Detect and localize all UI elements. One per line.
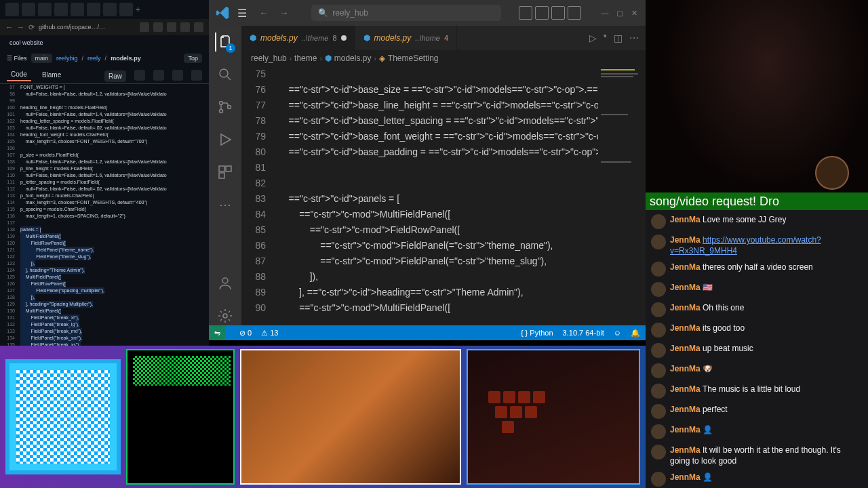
chat-username[interactable]: JennMa	[670, 303, 703, 312]
nav-forward[interactable]: →	[274, 7, 294, 18]
extension-icon[interactable]	[167, 22, 176, 32]
chat-username[interactable]: JennMa	[670, 384, 703, 394]
notifications-icon[interactable]: 🔔	[631, 329, 640, 338]
browser-tab[interactable]	[71, 3, 84, 16]
explorer-icon[interactable]: 1	[215, 33, 234, 52]
chat-username[interactable]: JennMa	[670, 425, 703, 434]
chat-message: JennMa It will be worth it at the end th…	[651, 445, 863, 466]
crumb[interactable]: models.py	[334, 54, 372, 63]
download-icon[interactable]	[153, 70, 164, 81]
run-button[interactable]: ▷	[589, 33, 597, 43]
new-tab-button[interactable]: +	[136, 5, 140, 14]
status-bar: ⇋ ⊘ 0 ⚠ 13 { } Python 3.10.7 64-bit ☺ 🔔	[209, 325, 646, 340]
back-button[interactable]: ←	[5, 23, 13, 31]
extension-icon[interactable]	[140, 22, 149, 32]
tab-path: ..\home	[415, 34, 440, 42]
layout-grid-icon[interactable]	[568, 6, 581, 20]
svg-rect-6	[219, 173, 224, 178]
extension-icon[interactable]	[180, 22, 190, 32]
code-tab[interactable]: Code	[7, 68, 31, 81]
crumb[interactable]: theme	[294, 54, 317, 63]
browser-tab[interactable]	[103, 3, 117, 16]
more-icon[interactable]	[191, 70, 202, 81]
editor-tab[interactable]: ⬢ models.py ..\home 4	[355, 26, 458, 50]
run-debug-icon[interactable]	[216, 130, 235, 149]
chat-username[interactable]: JennMa	[670, 235, 703, 245]
breadcrumb[interactable]: reely_hub› theme› ⬢ models.py› ◈ ThemeSe…	[241, 50, 646, 66]
language-mode[interactable]: { } Python	[521, 329, 553, 338]
chat-message: JennMa Love me some JJ Grey	[651, 214, 863, 229]
warnings-count[interactable]: ⚠ 13	[261, 329, 278, 338]
chat-avatar	[651, 214, 666, 229]
browser-tab[interactable]	[87, 3, 100, 16]
chat-username[interactable]: JennMa	[670, 262, 703, 272]
search-icon-activity[interactable]	[216, 65, 235, 84]
chat-username[interactable]: JennMa	[670, 283, 703, 292]
browser-tab[interactable]	[119, 3, 133, 16]
command-center[interactable]: 🔍 reely_hub	[311, 5, 501, 21]
chat-username[interactable]: JennMa	[670, 445, 703, 455]
copy-icon[interactable]	[134, 70, 145, 81]
chat-username[interactable]: JennMa	[670, 405, 703, 414]
extension-icon[interactable]	[194, 22, 203, 32]
more-icon[interactable]: ⋯	[216, 195, 235, 214]
chat-text: 👤	[703, 425, 713, 434]
crumb[interactable]: reely	[87, 55, 101, 62]
nav-back[interactable]: ←	[254, 7, 274, 18]
maximize-button[interactable]: ▢	[613, 6, 627, 20]
browser-navbar: ← → ⟳ github.com/jcopace…/…	[0, 19, 209, 35]
editor-tab[interactable]: ⬢ models.py ..\theme 8	[241, 26, 355, 50]
settings-gear-icon[interactable]	[216, 306, 235, 325]
chat-message: JennMa The music is a little bit loud	[651, 384, 863, 399]
toggle-sidebar-icon[interactable]	[519, 6, 532, 20]
source-control-icon[interactable]	[216, 98, 235, 117]
account-icon[interactable]	[216, 274, 235, 293]
blame-tab[interactable]: Blame	[38, 69, 65, 81]
browser-tab[interactable]	[54, 3, 68, 16]
browser-tab[interactable]	[38, 3, 52, 16]
crumb[interactable]: reely_hub	[251, 54, 287, 63]
split-editor-icon[interactable]	[551, 6, 565, 20]
github-code-view[interactable]: 97FONT_WEIGHTS = [98 null=False, blank=F…	[0, 84, 209, 348]
extensions-icon[interactable]	[216, 163, 235, 182]
browser-tab[interactable]	[5, 3, 19, 16]
split-editor-icon[interactable]: ◫	[614, 33, 623, 43]
page-tab-label[interactable]: cool website	[5, 38, 47, 47]
chat-avatar	[651, 424, 666, 439]
feedback-icon[interactable]: ☺	[614, 329, 621, 338]
chat-message: JennMa Oh this one	[651, 302, 863, 317]
chat-username[interactable]: JennMa	[670, 472, 703, 482]
browser-tab[interactable]	[22, 3, 35, 16]
errors-count[interactable]: ⊘ 0	[239, 329, 252, 338]
menu-button[interactable]: ☰	[237, 7, 254, 20]
files-button[interactable]: ☰ Files	[7, 55, 27, 62]
github-code-toolbar: Code Blame Raw	[0, 66, 209, 84]
minimap[interactable]	[598, 66, 646, 325]
tab-mark: 4	[444, 34, 448, 42]
remote-indicator[interactable]: ⇋	[209, 325, 226, 340]
url-bar[interactable]: github.com/jcopace…/…	[39, 24, 136, 30]
chat-avatar	[651, 363, 666, 378]
code-editor[interactable]: =="c-str">"c-id">base_size = =="c-str">"…	[278, 66, 598, 325]
crumb[interactable]: reelybig	[56, 55, 78, 62]
chat-username[interactable]: JennMa	[670, 215, 703, 224]
chat-username[interactable]: JennMa	[670, 323, 703, 333]
svg-point-8	[223, 314, 227, 318]
minimize-button[interactable]: —	[598, 6, 612, 20]
run-dropdown[interactable]: ▾	[604, 33, 607, 43]
raw-button[interactable]: Raw	[104, 69, 126, 81]
forward-button[interactable]: →	[17, 23, 24, 31]
chat-username[interactable]: JennMa	[670, 344, 703, 353]
chat-panel[interactable]: JennMa Love me some JJ GreyJennMa https:…	[646, 210, 868, 488]
top-button[interactable]: Top	[184, 54, 202, 63]
branch-selector[interactable]: main	[31, 54, 53, 63]
more-actions-icon[interactable]: ⋯	[629, 33, 639, 43]
chat-username[interactable]: JennMa	[670, 364, 703, 373]
reload-button[interactable]: ⟳	[28, 23, 35, 32]
edit-icon[interactable]	[172, 70, 183, 81]
toggle-panel-icon[interactable]	[535, 6, 549, 20]
interpreter[interactable]: 3.10.7 64-bit	[563, 329, 604, 338]
crumb[interactable]: ThemeSetting	[388, 54, 439, 63]
close-button[interactable]: ✕	[628, 6, 642, 20]
extension-icon[interactable]	[153, 22, 163, 32]
